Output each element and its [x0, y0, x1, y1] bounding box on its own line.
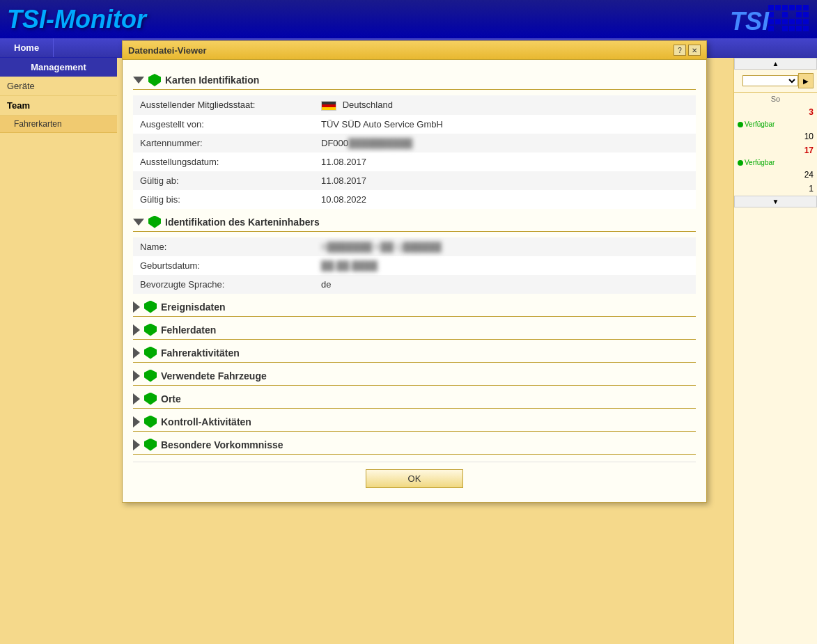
section-toggle[interactable]: [133, 393, 140, 405]
value-ausgestellt: TÜV SÜD Auto Service GmbH: [314, 115, 696, 134]
table-row: Geburtsdatum: ██.██.████: [133, 256, 696, 275]
sidebar: Management Geräte Team Fahrerkarten: [0, 58, 117, 644]
svg-rect-4: [796, 5, 802, 10]
svg-rect-18: [789, 26, 795, 31]
dialog-titlebar: Datendatei-Viewer ? ✕: [123, 41, 706, 60]
svg-rect-14: [796, 19, 802, 24]
section-title: Verwendete Fahrzeuge: [161, 370, 267, 382]
svg-rect-7: [782, 12, 788, 17]
shield-icon: [144, 324, 157, 336]
table-row: Ausstellungsdatum: 11.08.2017: [133, 152, 696, 171]
svg-text:TSI: TSI: [730, 7, 770, 35]
karteninhaber-shield-icon: [148, 216, 161, 228]
dialog-controls: ? ✕: [674, 45, 701, 56]
karten-shield-icon: [148, 74, 161, 86]
karteninhaber-toggle[interactable]: [133, 219, 144, 226]
section-toggle[interactable]: [133, 416, 140, 427]
karteninhaber-data-table: Name: B███████ K██ Q██████ Geburtsdatum:…: [133, 237, 696, 294]
karten-identifikation-header: Karten Identifikation: [133, 74, 696, 90]
calendar-nav: ▶: [734, 70, 817, 93]
karten-toggle[interactable]: [133, 77, 144, 84]
app-title: TSI-Monitor: [7, 5, 146, 34]
table-row: Name: B███████ K██ Q██████: [133, 237, 696, 256]
table-row: Ausstellender Mitgliedsstaat: Deutschlan…: [133, 95, 696, 115]
label-geburtsdatum: Geburtsdatum:: [133, 256, 314, 275]
geburtsdatum-blurred: ██.██.████: [321, 260, 378, 271]
section-toggle[interactable]: [133, 301, 140, 313]
sidebar-item-gerichte[interactable]: Geräte: [0, 77, 117, 96]
svg-rect-19: [796, 26, 802, 31]
svg-rect-9: [803, 12, 809, 17]
label-ausstellungsdatum: Ausstellungsdatum:: [133, 152, 314, 171]
calendar-panel: ▲ ▶ So 3 Verfügbar 10 17 Verfügbar 24 1 …: [733, 58, 817, 644]
tsi-logo: TSI: [726, 3, 810, 35]
label-ausgestellt: Ausgestellt von:: [133, 115, 314, 134]
section-toggle[interactable]: [133, 370, 140, 382]
svg-rect-10: [768, 19, 774, 24]
svg-rect-13: [789, 19, 795, 24]
svg-rect-20: [803, 26, 809, 31]
value-sprache: de: [314, 275, 696, 294]
dialog-datendatei-viewer: Datendatei-Viewer ? ✕ Karten Identifikat…: [122, 40, 707, 503]
collapsed-section-kontroll-aktivitäten: Kontroll-Aktivitäten: [133, 416, 696, 432]
svg-rect-6: [768, 12, 774, 17]
svg-rect-0: [768, 5, 774, 10]
section-toggle[interactable]: [133, 324, 140, 336]
ok-button[interactable]: OK: [366, 469, 464, 488]
dialog-help-btn[interactable]: ?: [674, 45, 686, 56]
section-title: Kontroll-Aktivitäten: [161, 416, 251, 427]
calendar-next-btn[interactable]: ▶: [798, 73, 814, 88]
collapsed-section-verwendete-fahrzeuge: Verwendete Fahrzeuge: [133, 370, 696, 386]
kartennummer-blurred: ██████████: [348, 138, 412, 148]
section-toggle[interactable]: [133, 439, 140, 450]
dialog-title: Datendatei-Viewer: [128, 45, 206, 56]
ok-btn-container: OK: [133, 462, 696, 495]
nav-home[interactable]: Home: [0, 38, 54, 57]
calendar-day-24[interactable]: 24: [734, 168, 817, 182]
calendar-scroll-down[interactable]: ▼: [734, 196, 817, 207]
label-name: Name:: [133, 237, 314, 256]
dialog-close-btn[interactable]: ✕: [688, 45, 701, 56]
dialog-content: Karten Identifikation Ausstellender Mitg…: [123, 60, 706, 502]
svg-rect-1: [775, 5, 781, 10]
value-ausstellungsdatum: 11.08.2017: [314, 152, 696, 171]
sidebar-subitem-fahrerkarten[interactable]: Fahrerkarten: [0, 116, 117, 133]
shield-icon: [144, 347, 157, 359]
svg-rect-5: [803, 5, 809, 10]
value-geburtsdatum: ██.██.████: [314, 256, 696, 275]
value-name: B███████ K██ Q██████: [314, 237, 696, 256]
svg-rect-12: [782, 19, 788, 24]
calendar-day-17[interactable]: 17: [734, 143, 817, 157]
section-title: Ereignisdaten: [161, 301, 226, 313]
shield-icon: [144, 416, 157, 428]
header: TSI-Monitor: [0, 0, 817, 38]
value-kartennummer: DF000██████████: [314, 134, 696, 152]
collapsed-section-besondere-vorkommnisse: Besondere Vorkommnisse: [133, 439, 696, 455]
sidebar-item-team[interactable]: Team: [0, 96, 117, 116]
calendar-day-header: So: [734, 93, 817, 105]
karteninhaber-header: Identifikation des Karteninhabers: [133, 216, 696, 232]
value-ausstellender: Deutschland: [314, 95, 696, 115]
name-blurred: B███████ K██ Q██████: [321, 242, 442, 252]
flag-de: [321, 100, 343, 110]
calendar-available-2: Verfügbar: [734, 157, 817, 168]
table-row: Gültig ab: 11.08.2017: [133, 171, 696, 190]
calendar-scroll-up[interactable]: ▲: [734, 58, 817, 70]
shield-icon: [144, 439, 157, 451]
collapsed-section-ereignisdaten: Ereignisdaten: [133, 301, 696, 317]
table-row: Kartennummer: DF000██████████: [133, 134, 696, 152]
value-gueltig-bis: 10.08.2022: [314, 190, 696, 209]
table-row: Gültig bis: 10.08.2022: [133, 190, 696, 209]
svg-rect-15: [803, 19, 809, 24]
calendar-month-select[interactable]: [742, 75, 798, 86]
calendar-day-10[interactable]: 10: [734, 129, 817, 143]
karteninhaber-title: Identifikation des Karteninhabers: [165, 217, 320, 228]
svg-rect-3: [789, 5, 795, 10]
calendar-day-1[interactable]: 1: [734, 182, 817, 196]
value-gueltig-ab: 11.08.2017: [314, 171, 696, 190]
label-sprache: Bevorzugte Sprache:: [133, 275, 314, 294]
collapsed-section-fehlerdaten: Fehlerdaten: [133, 324, 696, 340]
calendar-day-3[interactable]: 3: [734, 105, 817, 119]
svg-rect-11: [775, 19, 781, 24]
section-toggle[interactable]: [133, 347, 140, 359]
